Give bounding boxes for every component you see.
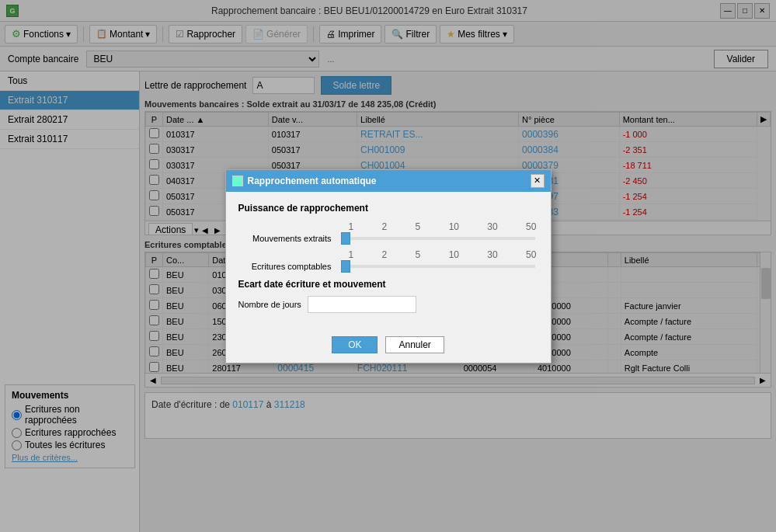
mouvements-slider-thumb[interactable] bbox=[341, 232, 350, 245]
modal-app-icon bbox=[232, 176, 243, 186]
mouvements-slider-track[interactable] bbox=[341, 237, 535, 240]
ecritures-slider-label: Ecritures comptables bbox=[238, 262, 332, 271]
slider-numbers-top: 1 2 5 10 30 50 bbox=[346, 221, 540, 232]
modal-section-title: Puissance de rapprochement bbox=[238, 203, 538, 214]
ecart-section: Ecart date écriture et mouvement Nombre … bbox=[238, 279, 538, 313]
modal-overlay: Rapprochement automatique ✕ Puissance de… bbox=[0, 0, 776, 532]
ecritures-slider-row: Ecritures comptables bbox=[238, 262, 538, 271]
modal-ok-button[interactable]: OK bbox=[332, 336, 378, 353]
ecart-section-title: Ecart date écriture et mouvement bbox=[238, 279, 538, 290]
modal-titlebar: Rapprochement automatique ✕ bbox=[226, 170, 551, 192]
modal-close-button[interactable]: ✕ bbox=[531, 174, 545, 188]
ecritures-slider-track-container[interactable] bbox=[338, 265, 538, 268]
nombre-jours-input[interactable] bbox=[308, 296, 416, 313]
mouvements-slider-track-container[interactable] bbox=[338, 237, 538, 240]
slider-numbers-bottom: 1 2 5 10 30 50 bbox=[346, 249, 540, 260]
ecart-row: Nombre de jours bbox=[238, 296, 538, 313]
nombre-jours-label: Nombre de jours bbox=[238, 300, 301, 309]
ecritures-slider-track[interactable] bbox=[341, 265, 535, 268]
modal-footer: OK Annuler bbox=[226, 330, 551, 363]
modal-rapprochement-automatique: Rapprochement automatique ✕ Puissance de… bbox=[225, 169, 552, 363]
ecritures-slider-thumb[interactable] bbox=[341, 260, 350, 273]
mouvements-slider-label: Mouvements extraits bbox=[238, 234, 332, 243]
modal-title: Rapprochement automatique bbox=[248, 176, 531, 186]
modal-annuler-button[interactable]: Annuler bbox=[385, 336, 444, 353]
mouvements-slider-row: Mouvements extraits bbox=[238, 234, 538, 243]
modal-body: Puissance de rapprochement 1 2 5 10 30 5… bbox=[226, 192, 551, 330]
